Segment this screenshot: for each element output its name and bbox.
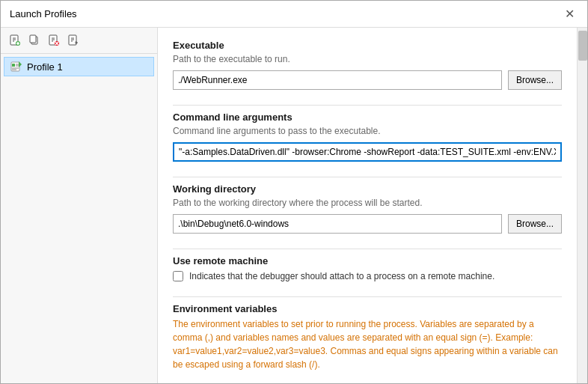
separator-1 — [173, 105, 562, 106]
command-line-section: Command line arguments Command line argu… — [173, 112, 562, 162]
executable-input[interactable] — [173, 70, 502, 90]
separator-2 — [173, 177, 562, 177]
remote-machine-label: Indicates that the debugger should attac… — [189, 271, 494, 281]
copy-profile-button[interactable] — [26, 32, 43, 49]
remote-machine-title: Use remote machine — [173, 255, 562, 266]
executable-section: Executable Path to the executable to run… — [173, 40, 562, 90]
profile-item[interactable]: Profile 1 — [4, 57, 154, 76]
launch-profiles-window: Launch Profiles ✕ — [0, 0, 588, 384]
working-directory-browse-button[interactable]: Browse... — [508, 214, 562, 234]
scrollbar-track[interactable] — [577, 28, 587, 383]
working-directory-input-row: Browse... — [173, 214, 562, 234]
command-line-title: Command line arguments — [173, 112, 562, 123]
close-button[interactable]: ✕ — [560, 5, 578, 23]
working-directory-desc: Path to the working directory where the … — [173, 198, 562, 208]
svg-rect-22 — [12, 64, 15, 67]
command-line-desc: Command line arguments to pass to the ex… — [173, 126, 562, 136]
executable-desc: Path to the executable to run. — [173, 54, 562, 64]
title-bar: Launch Profiles ✕ — [1, 1, 587, 28]
working-directory-input[interactable] — [173, 214, 502, 234]
profile-list: Profile 1 — [1, 54, 157, 383]
remote-machine-row: Indicates that the debugger should attac… — [173, 271, 562, 281]
environment-variables-desc: The environment variables to set prior t… — [173, 317, 562, 371]
svg-rect-8 — [30, 35, 36, 43]
environment-variables-title: Environment variables — [173, 303, 562, 314]
move-profile-button[interactable] — [65, 32, 82, 49]
sidebar: Profile 1 — [1, 28, 158, 383]
environment-variables-section: Environment variables The environment va… — [173, 303, 562, 371]
profile-label: Profile 1 — [27, 61, 63, 73]
separator-3 — [173, 249, 562, 249]
executable-input-row: Browse... — [173, 70, 562, 90]
window-title: Launch Profiles — [10, 8, 77, 19]
executable-title: Executable — [173, 40, 562, 51]
new-profile-button[interactable] — [7, 32, 23, 49]
command-line-input[interactable] — [173, 142, 562, 162]
toolbar — [1, 28, 157, 54]
executable-browse-button[interactable]: Browse... — [508, 70, 562, 90]
working-directory-section: Working directory Path to the working di… — [173, 183, 562, 234]
scrollbar-thumb[interactable] — [578, 31, 587, 61]
content-area: Profile 1 Executable Path to the executa… — [1, 28, 587, 383]
working-directory-title: Working directory — [173, 183, 562, 195]
main-panel: Executable Path to the executable to run… — [158, 28, 577, 383]
delete-profile-button[interactable] — [46, 32, 62, 49]
svg-marker-27 — [19, 61, 22, 67]
profile-icon — [10, 61, 22, 73]
remote-machine-checkbox[interactable] — [173, 271, 183, 281]
separator-4 — [173, 296, 562, 297]
remote-machine-section: Use remote machine Indicates that the de… — [173, 255, 562, 281]
